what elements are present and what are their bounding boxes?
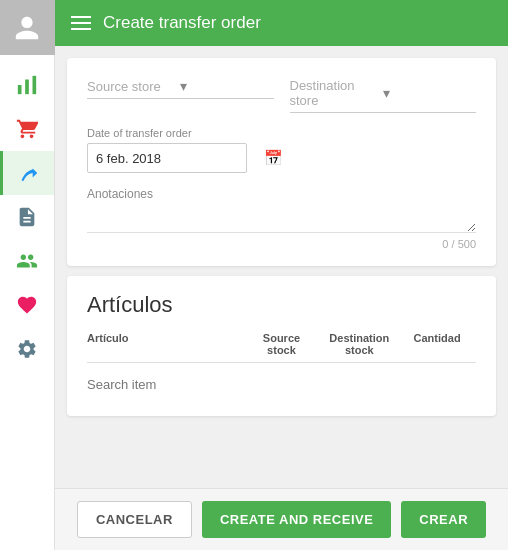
source-store-group: Source store ▾ [87,74,274,113]
svg-rect-0 [18,85,22,94]
sidebar [0,0,55,550]
destination-store-chevron-icon: ▾ [383,85,476,101]
notes-counter: 0 / 500 [87,238,476,250]
main-content: Create transfer order Source store ▾ Des… [55,0,508,550]
articles-title: Artículos [87,292,476,318]
source-store-chevron-icon: ▾ [180,78,273,94]
notes-label: Anotaciones [87,187,476,201]
col-destination-stock: Destinationstock [320,332,398,356]
destination-store-select[interactable]: Destination store ▾ [290,74,477,113]
articles-card: Artículos Artículo Sourcestock Destinati… [67,276,496,416]
sidebar-item-basket[interactable] [0,107,54,151]
transfer-form-card: Source store ▾ Destination store ▾ Date … [67,58,496,266]
date-input[interactable] [96,151,264,166]
sidebar-item-analytics[interactable] [0,63,54,107]
source-store-placeholder: Source store [87,79,180,94]
date-input-wrap: 📅 [87,143,247,173]
search-item-input[interactable] [87,377,243,392]
hamburger-button[interactable] [71,16,91,30]
notes-input[interactable] [87,205,476,233]
search-item-row [87,369,476,400]
store-row: Source store ▾ Destination store ▾ [87,74,476,113]
source-store-select[interactable]: Source store ▾ [87,74,274,99]
cancel-button[interactable]: CANCELAR [77,501,192,538]
date-label: Date of transfer order [87,127,476,139]
footer: CANCELAR CREATE AND RECEIVE CREAR [55,488,508,550]
svg-rect-2 [33,76,37,94]
svg-rect-1 [25,80,29,95]
topbar: Create transfer order [55,0,508,46]
sidebar-item-heart[interactable] [0,283,54,327]
col-cantidad: Cantidad [398,332,476,356]
table-header: Artículo Sourcestock Destinationstock Ca… [87,332,476,363]
notes-group: Anotaciones 0 / 500 [87,187,476,250]
calendar-icon[interactable]: 📅 [264,149,283,167]
page-title: Create transfer order [103,13,261,33]
content-area: Source store ▾ Destination store ▾ Date … [55,46,508,488]
destination-store-group: Destination store ▾ [290,74,477,113]
date-group: Date of transfer order 📅 [87,127,476,173]
col-article: Artículo [87,332,243,356]
create-button[interactable]: CREAR [401,501,486,538]
sidebar-item-people[interactable] [0,239,54,283]
destination-store-placeholder: Destination store [290,78,383,108]
avatar [0,0,55,55]
create-and-receive-button[interactable]: CREATE AND RECEIVE [202,501,391,538]
sidebar-item-document[interactable] [0,195,54,239]
sidebar-item-cart[interactable] [0,151,54,195]
sidebar-item-settings[interactable] [0,327,54,371]
col-source-stock: Sourcestock [243,332,321,356]
